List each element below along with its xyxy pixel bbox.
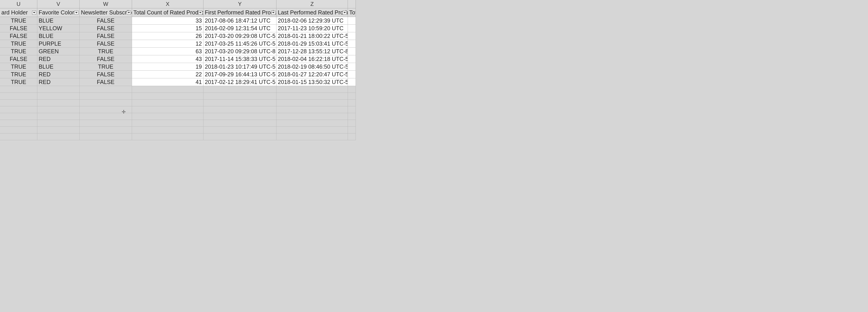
empty-cell[interactable] — [276, 93, 348, 100]
cell-overflow[interactable] — [348, 32, 356, 40]
cell[interactable]: FALSE — [80, 17, 132, 25]
cell[interactable]: 33 — [132, 17, 204, 25]
cell-overflow[interactable] — [348, 63, 356, 71]
empty-cell[interactable] — [132, 120, 204, 127]
empty-cell[interactable] — [37, 86, 80, 93]
cell[interactable]: 26 — [132, 32, 204, 40]
cell[interactable]: FALSE — [80, 25, 132, 32]
empty-cell[interactable] — [204, 120, 276, 127]
cell[interactable]: TRUE — [0, 17, 37, 25]
empty-cell[interactable] — [276, 127, 348, 133]
empty-cell[interactable] — [0, 100, 37, 106]
empty-cell[interactable] — [348, 100, 356, 106]
empty-cell[interactable] — [204, 106, 276, 113]
empty-cell[interactable] — [348, 86, 356, 93]
cell[interactable]: 43 — [132, 55, 204, 63]
filter-header[interactable]: Last Performed Rated Product — [276, 8, 348, 17]
filter-dropdown-icon[interactable] — [271, 11, 275, 15]
filter-header[interactable]: ard Holder — [0, 8, 37, 17]
empty-cell[interactable] — [204, 133, 276, 140]
column-header-w[interactable]: W — [80, 0, 132, 8]
cell[interactable]: PURPLE — [37, 40, 80, 48]
empty-cell[interactable] — [132, 127, 204, 133]
column-header-u[interactable]: U — [0, 0, 37, 8]
empty-cell[interactable] — [348, 106, 356, 113]
cell[interactable]: 2017-08-06 18:47:12 UTC — [204, 17, 276, 25]
cell[interactable]: FALSE — [80, 40, 132, 48]
cell[interactable]: FALSE — [0, 32, 37, 40]
empty-cell[interactable] — [132, 100, 204, 106]
cell[interactable]: BLUE — [37, 32, 80, 40]
filter-header[interactable]: Favorite Color — [37, 8, 80, 17]
cell[interactable]: 19 — [132, 63, 204, 71]
column-header-overflow[interactable] — [348, 0, 356, 8]
cell[interactable]: TRUE — [80, 48, 132, 55]
filter-dropdown-icon[interactable] — [32, 11, 36, 15]
empty-cell[interactable] — [204, 93, 276, 100]
empty-cell[interactable] — [132, 133, 204, 140]
column-header-x[interactable]: X — [132, 0, 204, 8]
empty-cell[interactable] — [132, 86, 204, 93]
cell[interactable]: TRUE — [0, 40, 37, 48]
cell[interactable]: TRUE — [0, 48, 37, 55]
empty-cell[interactable] — [276, 113, 348, 120]
empty-cell[interactable] — [80, 86, 132, 93]
cell[interactable]: 2018-01-15 13:50:32 UTC-5 — [276, 78, 348, 86]
cell[interactable]: 2018-01-29 15:03:41 UTC-5 — [276, 40, 348, 48]
cell[interactable]: 2017-11-14 15:38:33 UTC-5 — [204, 55, 276, 63]
empty-cell[interactable] — [0, 133, 37, 140]
empty-cell[interactable] — [0, 86, 37, 93]
empty-cell[interactable] — [80, 100, 132, 106]
filter-dropdown-icon[interactable] — [198, 11, 202, 15]
cell[interactable]: FALSE — [80, 71, 132, 78]
empty-cell[interactable] — [276, 106, 348, 113]
cell[interactable]: 22 — [132, 71, 204, 78]
cell[interactable]: 2018-01-21 18:00:22 UTC-5 — [276, 32, 348, 40]
cell-overflow[interactable] — [348, 25, 356, 32]
empty-cell[interactable] — [204, 127, 276, 133]
cell[interactable]: 2016-02-09 12:31:54 UTC — [204, 25, 276, 32]
empty-cell[interactable] — [80, 106, 132, 113]
empty-cell[interactable] — [204, 113, 276, 120]
cell[interactable]: 15 — [132, 25, 204, 32]
cell[interactable]: RED — [37, 78, 80, 86]
cell[interactable]: FALSE — [80, 32, 132, 40]
cell[interactable]: 41 — [132, 78, 204, 86]
empty-cell[interactable] — [37, 120, 80, 127]
cell[interactable]: BLUE — [37, 63, 80, 71]
empty-cell[interactable] — [276, 100, 348, 106]
cell[interactable]: FALSE — [80, 78, 132, 86]
cell[interactable]: TRUE — [0, 71, 37, 78]
cell[interactable]: FALSE — [0, 25, 37, 32]
empty-cell[interactable] — [348, 120, 356, 127]
cell[interactable]: YELLOW — [37, 25, 80, 32]
column-header-v[interactable]: V — [37, 0, 80, 8]
cell-overflow[interactable] — [348, 48, 356, 55]
cell[interactable]: 2018-02-19 08:46:50 UTC-5 — [276, 63, 348, 71]
filter-header[interactable]: Total Count of Rated Product — [132, 8, 204, 17]
empty-cell[interactable] — [80, 93, 132, 100]
empty-cell[interactable] — [276, 120, 348, 127]
empty-cell[interactable] — [0, 106, 37, 113]
empty-cell[interactable] — [348, 93, 356, 100]
cell[interactable]: 63 — [132, 48, 204, 55]
cell[interactable]: 2018-01-23 10:17:49 UTC-5 — [204, 63, 276, 71]
empty-cell[interactable] — [276, 133, 348, 140]
cell[interactable]: 2017-12-28 13:55:12 UTC-8 — [276, 48, 348, 55]
cell[interactable]: BLUE — [37, 17, 80, 25]
cell[interactable]: RED — [37, 55, 80, 63]
cell[interactable]: GREEN — [37, 48, 80, 55]
empty-cell[interactable] — [37, 93, 80, 100]
cell[interactable]: TRUE — [0, 78, 37, 86]
empty-cell[interactable] — [37, 133, 80, 140]
column-header-z[interactable]: Z — [276, 0, 348, 8]
filter-header[interactable]: First Performed Rated Product — [204, 8, 276, 17]
empty-cell[interactable] — [37, 106, 80, 113]
filter-dropdown-icon[interactable] — [74, 11, 79, 15]
empty-cell[interactable] — [132, 106, 204, 113]
cell[interactable]: FALSE — [80, 55, 132, 63]
empty-cell[interactable] — [0, 127, 37, 133]
empty-cell[interactable] — [0, 113, 37, 120]
empty-cell[interactable] — [132, 113, 204, 120]
empty-cell[interactable] — [0, 93, 37, 100]
